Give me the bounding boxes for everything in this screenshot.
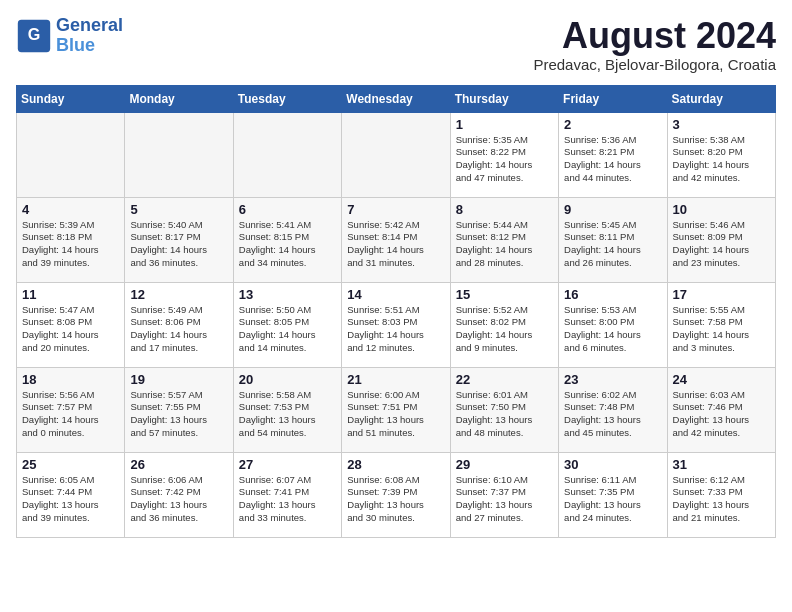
cell-daylight-info: Sunrise: 5:52 AMSunset: 8:02 PMDaylight:… (456, 304, 553, 355)
day-number: 18 (22, 372, 119, 387)
calendar-cell: 14Sunrise: 5:51 AMSunset: 8:03 PMDayligh… (342, 282, 450, 367)
cell-daylight-info: Sunrise: 5:55 AMSunset: 7:58 PMDaylight:… (673, 304, 770, 355)
day-number: 29 (456, 457, 553, 472)
day-number: 20 (239, 372, 336, 387)
calendar-cell: 28Sunrise: 6:08 AMSunset: 7:39 PMDayligh… (342, 452, 450, 537)
calendar-cell: 3Sunrise: 5:38 AMSunset: 8:20 PMDaylight… (667, 112, 775, 197)
calendar-cell: 11Sunrise: 5:47 AMSunset: 8:08 PMDayligh… (17, 282, 125, 367)
calendar-header-row: SundayMondayTuesdayWednesdayThursdayFrid… (17, 85, 776, 112)
cell-daylight-info: Sunrise: 5:57 AMSunset: 7:55 PMDaylight:… (130, 389, 227, 440)
cell-daylight-info: Sunrise: 5:39 AMSunset: 8:18 PMDaylight:… (22, 219, 119, 270)
day-number: 24 (673, 372, 770, 387)
cell-daylight-info: Sunrise: 5:44 AMSunset: 8:12 PMDaylight:… (456, 219, 553, 270)
day-number: 12 (130, 287, 227, 302)
day-number: 3 (673, 117, 770, 132)
calendar-week-row: 11Sunrise: 5:47 AMSunset: 8:08 PMDayligh… (17, 282, 776, 367)
column-header-tuesday: Tuesday (233, 85, 341, 112)
day-number: 23 (564, 372, 661, 387)
cell-daylight-info: Sunrise: 5:49 AMSunset: 8:06 PMDaylight:… (130, 304, 227, 355)
cell-daylight-info: Sunrise: 6:11 AMSunset: 7:35 PMDaylight:… (564, 474, 661, 525)
cell-daylight-info: Sunrise: 6:05 AMSunset: 7:44 PMDaylight:… (22, 474, 119, 525)
calendar-cell: 18Sunrise: 5:56 AMSunset: 7:57 PMDayligh… (17, 367, 125, 452)
cell-daylight-info: Sunrise: 5:50 AMSunset: 8:05 PMDaylight:… (239, 304, 336, 355)
calendar-week-row: 25Sunrise: 6:05 AMSunset: 7:44 PMDayligh… (17, 452, 776, 537)
column-header-saturday: Saturday (667, 85, 775, 112)
calendar-cell: 25Sunrise: 6:05 AMSunset: 7:44 PMDayligh… (17, 452, 125, 537)
calendar-cell: 20Sunrise: 5:58 AMSunset: 7:53 PMDayligh… (233, 367, 341, 452)
calendar-cell: 12Sunrise: 5:49 AMSunset: 8:06 PMDayligh… (125, 282, 233, 367)
day-number: 17 (673, 287, 770, 302)
calendar-cell: 30Sunrise: 6:11 AMSunset: 7:35 PMDayligh… (559, 452, 667, 537)
calendar-cell: 5Sunrise: 5:40 AMSunset: 8:17 PMDaylight… (125, 197, 233, 282)
column-header-monday: Monday (125, 85, 233, 112)
column-header-thursday: Thursday (450, 85, 558, 112)
calendar-cell: 13Sunrise: 5:50 AMSunset: 8:05 PMDayligh… (233, 282, 341, 367)
location-subtitle: Predavac, Bjelovar-Bilogora, Croatia (533, 56, 776, 73)
calendar-cell: 24Sunrise: 6:03 AMSunset: 7:46 PMDayligh… (667, 367, 775, 452)
cell-daylight-info: Sunrise: 5:41 AMSunset: 8:15 PMDaylight:… (239, 219, 336, 270)
day-number: 13 (239, 287, 336, 302)
cell-daylight-info: Sunrise: 6:06 AMSunset: 7:42 PMDaylight:… (130, 474, 227, 525)
cell-daylight-info: Sunrise: 6:02 AMSunset: 7:48 PMDaylight:… (564, 389, 661, 440)
month-year-title: August 2024 (533, 16, 776, 56)
day-number: 19 (130, 372, 227, 387)
day-number: 30 (564, 457, 661, 472)
cell-daylight-info: Sunrise: 5:56 AMSunset: 7:57 PMDaylight:… (22, 389, 119, 440)
day-number: 8 (456, 202, 553, 217)
day-number: 27 (239, 457, 336, 472)
calendar-cell: 19Sunrise: 5:57 AMSunset: 7:55 PMDayligh… (125, 367, 233, 452)
cell-daylight-info: Sunrise: 6:03 AMSunset: 7:46 PMDaylight:… (673, 389, 770, 440)
calendar-cell: 29Sunrise: 6:10 AMSunset: 7:37 PMDayligh… (450, 452, 558, 537)
calendar-cell: 26Sunrise: 6:06 AMSunset: 7:42 PMDayligh… (125, 452, 233, 537)
day-number: 4 (22, 202, 119, 217)
calendar-cell: 8Sunrise: 5:44 AMSunset: 8:12 PMDaylight… (450, 197, 558, 282)
cell-daylight-info: Sunrise: 6:12 AMSunset: 7:33 PMDaylight:… (673, 474, 770, 525)
calendar-cell: 1Sunrise: 5:35 AMSunset: 8:22 PMDaylight… (450, 112, 558, 197)
day-number: 5 (130, 202, 227, 217)
calendar-week-row: 18Sunrise: 5:56 AMSunset: 7:57 PMDayligh… (17, 367, 776, 452)
day-number: 21 (347, 372, 444, 387)
calendar-week-row: 4Sunrise: 5:39 AMSunset: 8:18 PMDaylight… (17, 197, 776, 282)
calendar-cell: 2Sunrise: 5:36 AMSunset: 8:21 PMDaylight… (559, 112, 667, 197)
day-number: 10 (673, 202, 770, 217)
cell-daylight-info: Sunrise: 5:51 AMSunset: 8:03 PMDaylight:… (347, 304, 444, 355)
calendar-week-row: 1Sunrise: 5:35 AMSunset: 8:22 PMDaylight… (17, 112, 776, 197)
cell-daylight-info: Sunrise: 5:38 AMSunset: 8:20 PMDaylight:… (673, 134, 770, 185)
day-number: 22 (456, 372, 553, 387)
cell-daylight-info: Sunrise: 5:42 AMSunset: 8:14 PMDaylight:… (347, 219, 444, 270)
calendar-cell: 7Sunrise: 5:42 AMSunset: 8:14 PMDaylight… (342, 197, 450, 282)
cell-daylight-info: Sunrise: 6:01 AMSunset: 7:50 PMDaylight:… (456, 389, 553, 440)
day-number: 15 (456, 287, 553, 302)
logo-icon: G (16, 18, 52, 54)
column-header-wednesday: Wednesday (342, 85, 450, 112)
day-number: 28 (347, 457, 444, 472)
calendar-cell: 17Sunrise: 5:55 AMSunset: 7:58 PMDayligh… (667, 282, 775, 367)
day-number: 31 (673, 457, 770, 472)
calendar-cell: 16Sunrise: 5:53 AMSunset: 8:00 PMDayligh… (559, 282, 667, 367)
cell-daylight-info: Sunrise: 5:53 AMSunset: 8:00 PMDaylight:… (564, 304, 661, 355)
day-number: 9 (564, 202, 661, 217)
cell-daylight-info: Sunrise: 5:47 AMSunset: 8:08 PMDaylight:… (22, 304, 119, 355)
calendar-cell (17, 112, 125, 197)
calendar-cell: 27Sunrise: 6:07 AMSunset: 7:41 PMDayligh… (233, 452, 341, 537)
calendar-cell: 21Sunrise: 6:00 AMSunset: 7:51 PMDayligh… (342, 367, 450, 452)
calendar-cell: 9Sunrise: 5:45 AMSunset: 8:11 PMDaylight… (559, 197, 667, 282)
column-header-friday: Friday (559, 85, 667, 112)
calendar-cell: 23Sunrise: 6:02 AMSunset: 7:48 PMDayligh… (559, 367, 667, 452)
cell-daylight-info: Sunrise: 6:07 AMSunset: 7:41 PMDaylight:… (239, 474, 336, 525)
calendar-cell: 22Sunrise: 6:01 AMSunset: 7:50 PMDayligh… (450, 367, 558, 452)
day-number: 14 (347, 287, 444, 302)
cell-daylight-info: Sunrise: 5:58 AMSunset: 7:53 PMDaylight:… (239, 389, 336, 440)
calendar-cell (125, 112, 233, 197)
calendar-cell: 6Sunrise: 5:41 AMSunset: 8:15 PMDaylight… (233, 197, 341, 282)
day-number: 26 (130, 457, 227, 472)
cell-daylight-info: Sunrise: 6:08 AMSunset: 7:39 PMDaylight:… (347, 474, 444, 525)
calendar-cell: 15Sunrise: 5:52 AMSunset: 8:02 PMDayligh… (450, 282, 558, 367)
cell-daylight-info: Sunrise: 5:45 AMSunset: 8:11 PMDaylight:… (564, 219, 661, 270)
logo: G General Blue (16, 16, 123, 56)
day-number: 1 (456, 117, 553, 132)
cell-daylight-info: Sunrise: 5:35 AMSunset: 8:22 PMDaylight:… (456, 134, 553, 185)
column-header-sunday: Sunday (17, 85, 125, 112)
calendar-cell (342, 112, 450, 197)
calendar-cell: 10Sunrise: 5:46 AMSunset: 8:09 PMDayligh… (667, 197, 775, 282)
